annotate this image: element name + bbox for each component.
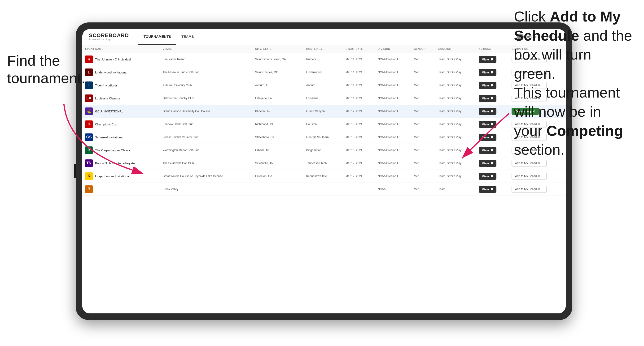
division-cell: NCAA Division I: [375, 157, 411, 170]
tab-tournaments[interactable]: TOURNAMENTS: [138, 29, 176, 45]
event-name-cell: R The Johnnie - O Individual: [82, 53, 160, 66]
gender-cell: Men: [411, 92, 436, 105]
tablet-screen: SCOREBOARD Powered by clippd TOURNAMENTS…: [82, 29, 566, 313]
col-event-name: EVENT NAME: [82, 45, 160, 53]
city-state-cell: Statesboro, GA: [252, 131, 304, 144]
arrow-left-indicator: [54, 102, 144, 177]
table-row: R The Johnnie - O Individual Sea Palms R…: [82, 53, 566, 66]
tournaments-table-container: EVENT NAME VENUE CITY, STATE HOSTED BY S…: [82, 45, 566, 313]
add-to-schedule-button[interactable]: Add to My Schedule +: [512, 173, 546, 180]
team-logo: B: [85, 185, 93, 193]
hosted-by-cell: Grand Canyon: [304, 105, 343, 118]
tab-teams[interactable]: TEAMS: [176, 29, 199, 45]
event-name: The Johnnie - O Individual: [95, 58, 131, 61]
col-venue: VENUE: [160, 45, 252, 53]
division-cell: NCAA Division I: [375, 53, 411, 66]
division-cell: NCAA Division I: [375, 66, 411, 79]
actions-cell: View: [476, 92, 509, 105]
start-date-cell: Mar 12, 2024: [343, 105, 375, 118]
city-state-cell: Urbana, MD: [252, 144, 304, 157]
start-date-cell: Mar 16, 2024: [343, 144, 375, 157]
hosted-by-cell: Louisiana: [304, 92, 343, 105]
division-cell: NCAA: [375, 183, 411, 196]
annotation-left: Find thetournament.: [7, 52, 86, 87]
hosted-by-cell: Lindenwood: [304, 66, 343, 79]
event-name-cell: T Tiger Invitational: [82, 79, 160, 92]
venue-cell: Sea Palms Resort: [160, 53, 252, 66]
start-date-cell: Mar 11, 2024: [343, 92, 375, 105]
gender-cell: Men: [411, 170, 436, 183]
venue-cell: Forest Heights Country Club: [160, 131, 252, 144]
team-logo: T: [85, 81, 93, 89]
app-title: SCOREBOARD: [89, 33, 129, 38]
division-cell: NCAA Division I: [375, 118, 411, 131]
start-date-cell: Mar 15, 2024: [343, 131, 375, 144]
venue-cell: Grand Canyon University Golf Course: [160, 105, 252, 118]
event-name: Louisiana Classics: [95, 97, 120, 100]
scoring-cell: Team, Stroke Play: [436, 66, 476, 79]
gender-cell: Men: [411, 105, 436, 118]
start-date-cell: Mar 11, 2024: [343, 53, 375, 66]
view-button[interactable]: View: [479, 69, 496, 76]
city-state-cell: Saint Charles, MO: [252, 66, 304, 79]
col-division: DIVISION: [375, 45, 411, 53]
hosted-by-cell: Georgia Southern: [304, 131, 343, 144]
view-button[interactable]: View: [479, 186, 496, 193]
arrow-right-indicator: [443, 111, 519, 163]
hosted-by-cell: Tennessee Tech: [304, 157, 343, 170]
division-cell: NCAA Division I: [375, 131, 411, 144]
scoreboard-logo: SCOREBOARD Powered by clippd: [89, 33, 129, 41]
city-state-cell: Phoenix, AZ: [252, 105, 304, 118]
col-city-state: CITY, STATE: [252, 45, 304, 53]
view-button[interactable]: View: [479, 56, 496, 63]
start-date-cell: Mar 13, 2024: [343, 118, 375, 131]
venue-cell: Auburn University Club: [160, 79, 252, 92]
gender-cell: Men: [411, 53, 436, 66]
actions-cell: View: [476, 53, 509, 66]
tablet-device: SCOREBOARD Powered by clippd TOURNAMENTS…: [76, 22, 572, 320]
gender-cell: Men: [411, 183, 436, 196]
venue-cell: Great Waters Course At Reynolds Lake Oco…: [160, 170, 252, 183]
view-button[interactable]: View: [479, 95, 496, 102]
scoring-cell: Team, Stroke Play: [436, 170, 476, 183]
team-logo: R: [85, 55, 93, 63]
city-state-cell: Eatonton, GA: [252, 170, 304, 183]
division-cell: NCAA Division I: [375, 92, 411, 105]
hosted-by-cell: Rutgers: [304, 53, 343, 66]
table-row: T Tiger Invitational Auburn University C…: [82, 79, 566, 92]
team-logo: LA: [85, 94, 93, 102]
start-date-cell: Mar 17, 2024: [343, 157, 375, 170]
view-button[interactable]: View: [479, 82, 496, 89]
hosted-by-cell: Kennesaw State: [304, 170, 343, 183]
venue-cell: Shadow Hawk Golf Club: [160, 118, 252, 131]
view-button[interactable]: View: [479, 173, 496, 180]
team-logo: L: [85, 68, 93, 76]
gender-cell: Men: [411, 66, 436, 79]
event-name-cell: L Lindenwood Invitational: [82, 66, 160, 79]
venue-cell: The Missouri Bluffs Golf Club: [160, 66, 252, 79]
gender-cell: Men: [411, 118, 436, 131]
col-actions: ACTIONS: [476, 45, 509, 53]
table-row: LA Louisiana Classics Oakbourne Country …: [82, 92, 566, 105]
col-start-date: START DATE: [343, 45, 375, 53]
scoring-cell: Team, Stroke Play: [436, 53, 476, 66]
city-state-cell: Lafayette, LA: [252, 92, 304, 105]
nav-tabs: TOURNAMENTS TEAMS: [138, 29, 199, 45]
col-gender: GENDER: [411, 45, 436, 53]
actions-cell: View: [476, 183, 509, 196]
start-date-cell: Mar 11, 2024: [343, 79, 375, 92]
add-to-schedule-button[interactable]: Add to My Schedule +: [512, 186, 546, 193]
add-label: Add to My Schedule +: [515, 162, 543, 165]
city-state-cell: [252, 183, 304, 196]
venue-cell: Oakbourne Country Club: [160, 92, 252, 105]
app-subtitle: Powered by clippd: [89, 38, 112, 41]
venue-cell: The Sevierville Golf Club: [160, 157, 252, 170]
hosted-by-cell: Auburn: [304, 79, 343, 92]
table-row: B Brook ValleyNCAAMenTeam, View Add to M…: [82, 183, 566, 196]
annotation-right: Click Add to MySchedule and thebox will …: [514, 7, 637, 160]
city-state-cell: Sevierville, TN: [252, 157, 304, 170]
division-cell: NCAA Division I: [375, 144, 411, 157]
col-scoring: SCORING: [436, 45, 476, 53]
division-cell: NCAA Division I: [375, 105, 411, 118]
gender-cell: Men: [411, 144, 436, 157]
